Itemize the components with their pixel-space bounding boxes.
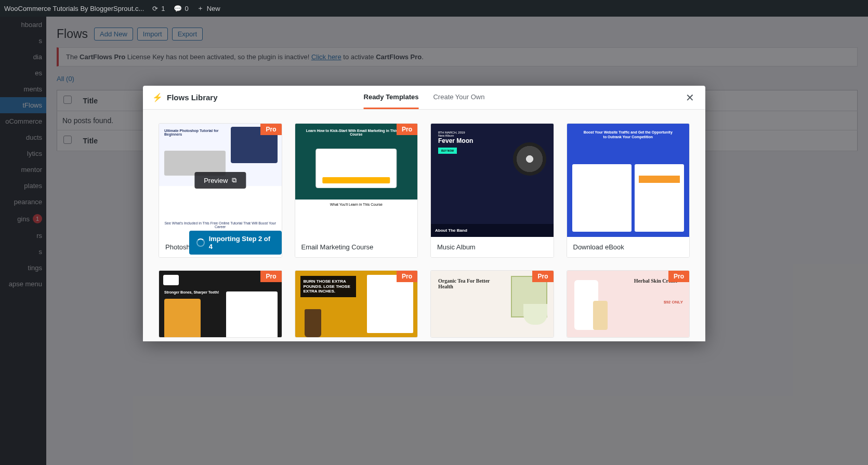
template-thumb: Pro BURN THOSE EXTRA POUNDS. LOSE THOSE … bbox=[295, 271, 418, 337]
pro-badge: Pro bbox=[397, 124, 417, 135]
adminbar-comments[interactable]: 💬 0 bbox=[174, 5, 189, 12]
adminbar-new[interactable]: ＋ New bbox=[197, 4, 220, 13]
adminbar-site-title: WooCommerce Tutorials By BloggerSprout.c… bbox=[4, 5, 144, 12]
template-name: Music Album bbox=[431, 237, 554, 257]
adminbar-site[interactable]: WooCommerce Tutorials By BloggerSprout.c… bbox=[4, 5, 144, 12]
adminbar-comments-count: 0 bbox=[185, 5, 189, 12]
template-card-cream[interactable]: Pro Herbal Skin Crème $92 ONLY bbox=[567, 270, 690, 338]
thumb-form bbox=[316, 149, 397, 188]
thumb-logo bbox=[163, 275, 179, 285]
refresh-icon: ⟳ bbox=[152, 5, 158, 12]
close-icon: ✕ bbox=[686, 91, 694, 104]
thumb-left bbox=[572, 164, 632, 232]
pro-badge: Pro bbox=[397, 271, 417, 282]
thumb-headline: Boost Your Website Traffic and Get the O… bbox=[571, 128, 686, 141]
tab-ready-templates[interactable]: Ready Templates bbox=[364, 86, 419, 109]
thumb-form bbox=[226, 291, 278, 337]
adminbar-new-label: New bbox=[207, 5, 220, 12]
template-name: Download eBook bbox=[567, 237, 690, 257]
modal-tabs: Ready Templates Create Your Own bbox=[364, 86, 485, 109]
thumb-headline: Ultimate Photoshop Tutorial for Beginner… bbox=[164, 129, 226, 136]
plus-icon: ＋ bbox=[197, 4, 204, 13]
pro-badge: Pro bbox=[260, 271, 281, 282]
pro-badge: Pro bbox=[668, 271, 689, 282]
template-thumb: Pro Herbal Skin Crème $92 ONLY bbox=[567, 271, 690, 337]
template-card-dogfood[interactable]: Pro Stronger Bones, Sharper Teeth! bbox=[159, 270, 282, 338]
thumb-cup bbox=[523, 304, 547, 325]
thumb-subtext: See What's Included in This Free Online … bbox=[159, 221, 282, 229]
adminbar-updates-count: 1 bbox=[161, 5, 165, 12]
template-card-ebook[interactable]: Boost Your Website Traffic and Get the O… bbox=[567, 123, 690, 258]
thumb-price: $92 ONLY bbox=[664, 300, 683, 304]
template-card-photoshop[interactable]: Pro Ultimate Photoshop Tutorial for Begi… bbox=[159, 123, 282, 258]
modal-title-text: Flows Library bbox=[167, 93, 218, 102]
disc-icon bbox=[513, 142, 546, 176]
spinner-icon bbox=[196, 238, 205, 247]
cartflows-logo-icon: ⚡ bbox=[152, 92, 163, 102]
template-grid: Pro Ultimate Photoshop Tutorial for Begi… bbox=[159, 123, 690, 338]
template-thumb: Pro Ultimate Photoshop Tutorial for Begi… bbox=[159, 124, 282, 237]
template-thumb: Boost Your Website Traffic and Get the O… bbox=[567, 124, 690, 237]
thumb-buy: BUY NOW bbox=[438, 148, 457, 154]
template-thumb: Pro Stronger Bones, Sharper Teeth! bbox=[159, 271, 282, 337]
thumb-headline: Organic Tea For Better Health bbox=[438, 278, 498, 289]
comment-icon: 💬 bbox=[174, 5, 182, 12]
modal-body[interactable]: Pro Ultimate Photoshop Tutorial for Begi… bbox=[143, 110, 705, 341]
template-card-music[interactable]: 8TH MARCH, 2019 New Album Fever Moon BUY… bbox=[430, 123, 554, 258]
template-thumb: 8TH MARCH, 2019 New Album Fever Moon BUY… bbox=[431, 124, 554, 237]
template-thumb: Pro Organic Tea For Better Health bbox=[431, 271, 554, 337]
pro-badge: Pro bbox=[260, 124, 281, 135]
pro-badge: Pro bbox=[532, 271, 553, 282]
tab-create-own[interactable]: Create Your Own bbox=[433, 86, 484, 109]
external-icon: ⧉ bbox=[232, 176, 236, 184]
template-card-tea[interactable]: Pro Organic Tea For Better Health bbox=[430, 270, 554, 338]
preview-label: Preview bbox=[204, 177, 228, 184]
template-name: Email Marketing Course bbox=[295, 237, 418, 257]
template-card-protein[interactable]: Pro BURN THOSE EXTRA POUNDS. LOSE THOSE … bbox=[295, 270, 418, 338]
thumb-band: About The Band bbox=[431, 224, 554, 237]
template-card-email[interactable]: Pro Learn How to Kick-Start With Email M… bbox=[295, 123, 418, 258]
flows-library-modal: ⚡ Flows Library Ready Templates Create Y… bbox=[143, 86, 705, 341]
thumb-panels bbox=[572, 164, 685, 232]
thumb-right bbox=[635, 164, 684, 232]
thumb-subtext: What You'll Learn in This Course bbox=[295, 200, 418, 237]
modal-close-button[interactable]: ✕ bbox=[683, 91, 696, 104]
preview-button[interactable]: Preview ⧉ bbox=[194, 172, 246, 189]
template-thumb: Pro Learn How to Kick-Start With Email M… bbox=[295, 124, 418, 237]
adminbar-updates[interactable]: ⟳ 1 bbox=[152, 5, 165, 12]
wp-admin-bar: WooCommerce Tutorials By BloggerSprout.c… bbox=[0, 0, 868, 17]
modal-title: ⚡ Flows Library bbox=[152, 92, 218, 102]
thumb-bag bbox=[164, 299, 201, 337]
thumb-bottle-small bbox=[593, 301, 608, 330]
thumb-headline: BURN THOSE EXTRA POUNDS. LOSE THOSE EXTR… bbox=[300, 276, 357, 297]
importing-label: Importing Step 2 of 4 bbox=[209, 235, 274, 250]
thumb-form bbox=[367, 275, 413, 333]
modal-header: ⚡ Flows Library Ready Templates Create Y… bbox=[143, 86, 705, 110]
thumb-jar bbox=[305, 309, 321, 337]
importing-status: Importing Step 2 of 4 bbox=[189, 231, 282, 255]
